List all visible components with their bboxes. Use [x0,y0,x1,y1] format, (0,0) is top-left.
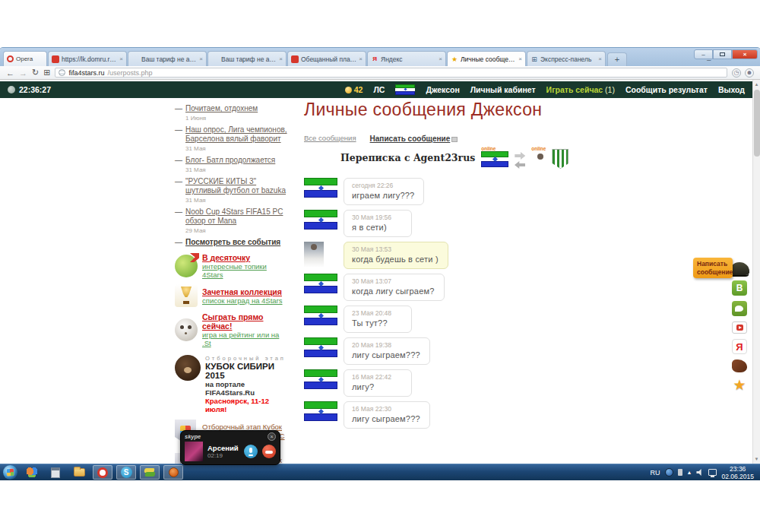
taskbar-apps: S [22,465,183,480]
flag-avatar-icon [304,306,337,325]
reload-button[interactable]: ↻ [32,68,39,78]
scroll-up-icon[interactable]: ▲ [753,80,760,89]
tab-close-icon[interactable]: × [518,55,522,62]
tab-close-icon[interactable]: × [199,55,203,62]
site-badge-icon[interactable] [59,69,65,76]
user-flag-icon [395,84,415,96]
social-icon[interactable]: Я [732,339,747,354]
message-row: 23 Мая 20:48 Ты тут?? [304,306,600,333]
social-icon[interactable]: ★ [732,378,747,393]
promo-icon[interactable] [175,255,198,277]
skype-close-button[interactable]: × [268,432,276,441]
url-domain: fifa4stars.ru [68,69,104,77]
tray-app-icon[interactable] [665,468,673,477]
tray-expand-icon[interactable]: ▲ [687,470,692,475]
message-row: 20 Мая 19:38 лигу сыграем??? [304,337,600,365]
browser-tab[interactable]: Яндекс × [367,51,446,66]
browser-tab[interactable]: Экспресс-панель × [527,51,606,66]
message-row: 30 Мая 13:53 когда будешь в сети ) [304,242,600,269]
opera-menu-label: Opera [16,55,33,62]
language-indicator[interactable]: RU [651,469,660,477]
promo-title-link[interactable]: Сыграть прямо сейчас! [202,312,289,331]
message-timestamp: 30 Мая 13:07 [352,277,435,285]
profile-icon[interactable]: ☻ [745,68,754,78]
browser-tab[interactable]: Ваш тариф не активиро... × [128,51,207,66]
address-toolbar: ← → ↻ ⊞ fifa4stars.ru /userposts.php ◷ ☻ [0,66,760,80]
history-icon[interactable]: ◷ [732,68,741,78]
taskbar-app-button[interactable]: S [116,465,136,480]
promo-title-link[interactable]: Зачетная коллекция [202,287,283,296]
news-item: — Почитаем, отдохнем 1 Июня [175,104,289,122]
news-item: — Noob Cup 4Stars FIFA15 PC обзор от Man… [175,207,289,234]
coins-counter[interactable]: 42 [345,85,363,94]
tab-close-icon[interactable]: × [119,55,123,62]
write-message-tooltip[interactable]: Написать сообщение [693,258,733,278]
all-messages-link[interactable]: Все сообщения [304,134,356,142]
news-link[interactable]: Посмотреть все события [185,238,289,247]
skype-hangup-button[interactable] [262,445,276,458]
news-link[interactable]: Наш опрос, Лига чемпионов, Барселона вял… [185,125,289,144]
restore-button[interactable] [713,49,732,59]
forward-button[interactable]: → [19,68,27,78]
browser-tab[interactable]: Личные сообщения Дж... × [447,51,526,66]
taskbar-app-button[interactable] [69,465,89,480]
minimize-button[interactable]: – [694,49,713,59]
social-icon[interactable] [732,301,747,316]
promo-subtitle-link[interactable]: игра на рейтинг или на .St [202,331,289,347]
promo-title-link[interactable]: В десяточку [202,253,289,262]
tab-close-icon[interactable]: × [279,55,283,62]
tray-misc-icon[interactable] [678,469,682,476]
scroll-down-icon[interactable]: ▼ [753,454,760,464]
opera-menu-button[interactable]: Opera [3,51,47,66]
new-tab-button[interactable]: + [607,52,627,66]
nav-exit[interactable]: Выход [718,85,745,94]
promo-icon[interactable] [175,318,198,341]
back-button[interactable]: ← [6,68,14,78]
browser-tab[interactable]: Обещанный платёж | Л... × [287,51,366,66]
social-icon[interactable] [732,321,747,334]
news-link[interactable]: Блог- Батл продолжается [185,156,289,165]
scrollbar-thumb[interactable] [754,90,760,157]
promo-icon[interactable] [175,284,198,307]
social-icon[interactable] [732,359,747,372]
taskbar-app-button[interactable] [140,465,160,480]
nav-cabinet[interactable]: Личный кабинет [470,85,536,94]
speed-dial-button[interactable]: ⊞ [43,68,50,78]
write-message-icon[interactable] [451,137,458,142]
promo-subtitle-link[interactable]: интересные топики 4Stars [202,262,289,279]
page-scrollbar[interactable]: ▲ ▼ [752,80,760,464]
tab-close-icon[interactable]: × [439,55,442,62]
taskbar-clock[interactable]: 23:36 02.06.2015 [721,465,754,480]
start-button[interactable] [3,465,17,480]
browser-tab[interactable]: https://lk.domru.ru/pay... × [48,51,127,66]
news-link[interactable]: Почитаем, отдохнем [185,104,289,113]
message-row: 16 Мая 22:42 лигу? [304,369,600,397]
promo-subtitle-link[interactable]: список наград на 4Stars [202,296,283,305]
arrow-left-icon [515,161,525,169]
address-bar[interactable]: fifa4stars.ru /userposts.php [55,68,727,78]
message-list: сегодня 22:26 играем лигу??? [304,178,600,429]
tab-close-icon[interactable]: × [598,55,602,62]
browser-tab[interactable]: Ваш тариф не активиро... × [207,51,287,66]
message-avatar [304,306,337,325]
taskbar-app-button[interactable] [22,465,42,480]
nav-report-result[interactable]: Сообщить результат [625,85,708,94]
volume-icon[interactable] [696,469,704,476]
taskbar-app-button[interactable] [163,465,183,480]
nav-play-now[interactable]: Играть сейчас (1) [546,85,615,94]
tab-close-icon[interactable]: × [359,55,363,62]
taskbar-app-button[interactable] [46,465,65,480]
write-message-link[interactable]: Написать сообщение [370,135,451,143]
news-link[interactable]: "РУССКИЕ КИТЫ 3" шутливый футбол от bazu… [185,177,289,195]
network-icon[interactable] [708,469,717,476]
close-window-button[interactable]: × [732,49,758,59]
news-link[interactable]: Noob Cup 4Stars FIFA15 PC обзор от Mana [185,207,289,226]
message-card: 30 Мая 13:53 когда будешь в сети ) [344,242,448,269]
social-icon[interactable]: В [732,280,747,296]
nav-private-messages[interactable]: ЛС [373,85,385,94]
nav-username[interactable]: Джексон [426,85,459,94]
message-text: лигу сыграем??? [352,350,420,359]
news-date: 29 Мая [185,227,206,234]
skype-mute-button[interactable] [244,445,258,458]
taskbar-app-button[interactable] [93,465,112,480]
